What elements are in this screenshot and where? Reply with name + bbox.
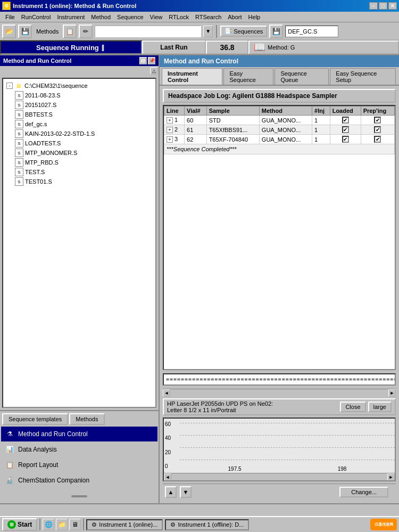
close-printer-button[interactable]: Close (340, 402, 365, 412)
job-log-container: Headspace Job Log: Agilent G1888 Headspa… (160, 86, 399, 503)
taskbar: ⊞ Start 🌐 📁 🖥 ⚙ Instrument 1 (online)...… (0, 516, 399, 532)
methods-edit-button[interactable]: ✏ (79, 24, 93, 38)
row3-loaded-checkbox[interactable]: ✔ (342, 136, 349, 143)
taskbar-folder-icon[interactable]: 📁 (56, 519, 68, 530)
scroll-right-button[interactable]: ► (388, 389, 396, 397)
def-gc-field[interactable] (285, 26, 338, 37)
tab-sequence-templates[interactable]: Sequence templates (2, 413, 68, 425)
nav-method-label: Method and Run Control (18, 430, 88, 438)
panel-expand-button[interactable]: △ (150, 67, 157, 75)
maximize-button[interactable]: □ (379, 2, 387, 10)
resize-handle[interactable] (71, 495, 87, 497)
row1-line: +1 (164, 116, 185, 125)
scroll-track[interactable] (170, 389, 388, 396)
last-run-button[interactable]: Last Run (142, 40, 206, 54)
last-run-label: Last Run (160, 44, 187, 51)
row1-sample: STD (206, 116, 259, 125)
tree-item-2-label: 20151027.S (25, 102, 56, 108)
tab-easy-sequence-setup[interactable]: Easy Sequence Setup (330, 68, 396, 85)
scroll-up-button[interactable]: ▲ (165, 486, 177, 498)
menu-view[interactable]: View (147, 13, 166, 21)
tree-item-5[interactable]: S KAIN-2013-02-22-STD-1.S (5, 129, 153, 138)
menu-sequence[interactable]: Sequence (114, 13, 147, 21)
nav-tabs-area: Sequence templates Methods (0, 410, 159, 425)
sequences-save-button[interactable]: 💾 (269, 24, 283, 38)
nav-items: ⚗ Method and Run Control 📊 Data Analysis… (0, 425, 159, 489)
y-label-60: 60 (165, 421, 171, 427)
nav-chemstation-companion[interactable]: 🔬 ChemStation Companion (1, 473, 157, 488)
scroll-down-button[interactable]: ▼ (180, 486, 192, 498)
panel-float-button[interactable]: ⊟ (139, 57, 147, 64)
file-icon-3: S (15, 110, 23, 119)
printer-info: HP LaserJet P2055dn UPD PS on Ne02: Lett… (167, 400, 338, 413)
taskbar-ie-icon[interactable]: 🌐 (43, 519, 54, 530)
menu-rtlock[interactable]: RTLock (165, 13, 192, 21)
taskbar-app-instrument1-offline[interactable]: ⚙ Instrument 1 (offline): D... (165, 519, 249, 530)
menu-help[interactable]: Help (245, 13, 264, 21)
tree-item-7[interactable]: S MTP_MONOMER.S (5, 148, 153, 158)
nav-method-icon: ⚗ (4, 429, 15, 439)
tree-item-2[interactable]: S 20151027.S (5, 100, 153, 110)
sequences-button[interactable]: 📑 Sequences (220, 26, 267, 37)
tree-item-10[interactable]: S TEST01.S (5, 177, 153, 186)
tab-sequence-queue[interactable]: Sequence Queue (275, 68, 329, 85)
menu-rtsearch[interactable]: RTSearch (192, 13, 225, 21)
scroll-left-button[interactable]: ◄ (163, 389, 170, 397)
row1-loaded-checkbox[interactable]: ✔ (342, 117, 349, 124)
row1-prepping-checkbox[interactable]: ✔ (374, 117, 381, 124)
nav-report-layout[interactable]: 📋 Report Layout (1, 457, 157, 472)
tab-easy-sequence[interactable]: Easy Sequence (223, 68, 273, 85)
methods-dropdown[interactable] (95, 26, 201, 37)
file-icon-7: S (15, 149, 23, 157)
tree-item-1[interactable]: S 2011-08-23.S (5, 91, 153, 100)
menu-instrument[interactable]: Instrument (54, 13, 88, 21)
panel-pin-button[interactable]: 📌 (148, 57, 155, 64)
main-container: Method and Run Control ⊟ 📌 △ - 🖥 C:\CHEM… (0, 55, 399, 503)
chart-scroll-left-btn[interactable]: ◄ (164, 473, 171, 481)
chart-scroll-right-btn[interactable]: ► (387, 473, 395, 481)
large-printer-button[interactable]: large (368, 402, 392, 412)
change-button[interactable]: Change... (339, 487, 388, 497)
taskbar-watermark: 仪器信息网 (370, 519, 397, 530)
tree-expand-root[interactable]: - (6, 83, 13, 89)
row3-expand-btn[interactable]: + (167, 136, 173, 143)
menu-runcontrol[interactable]: RunControl (18, 13, 54, 21)
row2-expand-btn[interactable]: + (167, 127, 173, 133)
tree-item-4[interactable]: S def_gc.s (5, 119, 153, 129)
tab-methods[interactable]: Methods (69, 413, 104, 425)
printer-info-line1: HP LaserJet P2055dn UPD PS on Ne02: (167, 400, 338, 407)
file-tree[interactable]: - 🖥 C:\CHEM32\1\sequence S 2011-08-23.S … (2, 78, 156, 408)
menu-method[interactable]: Method (88, 13, 114, 21)
tree-root-item[interactable]: - 🖥 C:\CHEM32\1\sequence (5, 81, 153, 91)
save-button[interactable]: 💾 (18, 24, 32, 38)
minimize-button[interactable]: ─ (369, 2, 378, 10)
tree-item-3[interactable]: S BBTEST.S (5, 110, 153, 119)
grid-line-2 (180, 435, 395, 436)
job-log-table[interactable]: Line Vial# Sample Method #Inj Loaded Pre… (163, 105, 396, 370)
taskbar-app-instrument1-online[interactable]: ⚙ Instrument 1 (online)... (86, 519, 163, 530)
taskbar-app-label-2: Instrument 1 (offline): D... (178, 521, 244, 528)
grid-line-4 (180, 460, 395, 460)
tree-item-8[interactable]: S MTP_RBD.S (5, 158, 153, 167)
methods-dropdown-arrow[interactable]: ▼ (203, 26, 213, 37)
row2-prepping-checkbox[interactable]: ✔ (374, 126, 381, 133)
tree-item-9[interactable]: S TEST.S (5, 167, 153, 177)
nav-method-run-control[interactable]: ⚗ Method and Run Control (1, 427, 157, 441)
row2-loaded-checkbox[interactable]: ✔ (342, 126, 349, 133)
y-label-0: 0 (165, 463, 171, 469)
tab-instrument-control[interactable]: Instrument Control (162, 68, 222, 85)
taskbar-explorer-icon[interactable]: 🖥 (69, 519, 81, 530)
menu-abort[interactable]: Abort (225, 13, 245, 21)
close-button[interactable]: ✕ (388, 2, 397, 10)
methods-copy-button[interactable]: 📋 (63, 24, 77, 38)
row1-expand-btn[interactable]: + (167, 117, 173, 124)
tree-item-6-label: LOADTEST.S (25, 140, 61, 146)
start-button[interactable]: ⊞ Start (2, 518, 37, 531)
row3-prepping-checkbox[interactable]: ✔ (374, 136, 381, 143)
tree-item-6[interactable]: S LOADTEST.S (5, 138, 153, 148)
horizontal-scrollbar[interactable]: ◄ ► (163, 389, 396, 396)
taskbar-app-icon-1: ⚙ (92, 521, 97, 528)
menu-file[interactable]: File (2, 13, 18, 21)
nav-data-analysis[interactable]: 📊 Data Analysis (1, 442, 157, 457)
open-button[interactable]: 📂 (2, 24, 16, 38)
